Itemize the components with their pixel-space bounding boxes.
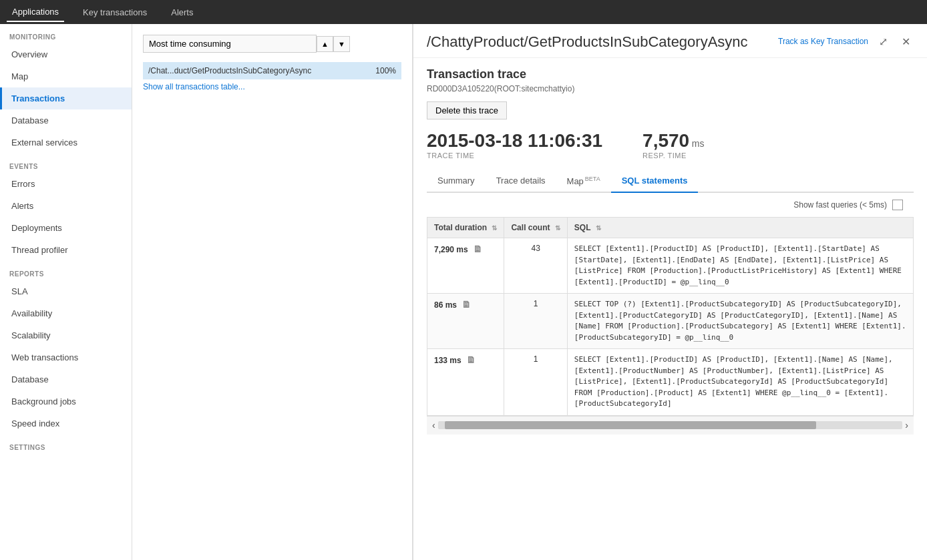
reports-label: REPORTS bbox=[0, 261, 132, 280]
tabs: Summary Trace details MapBETA SQL statem… bbox=[427, 170, 914, 193]
dropdown-row: Most time consuming ▲ ▼ bbox=[143, 35, 401, 53]
sidebar-item-thread-profiler[interactable]: Thread profiler bbox=[0, 239, 132, 261]
count-cell: 1 bbox=[504, 349, 567, 416]
sidebar-item-deployments[interactable]: Deployments bbox=[0, 217, 132, 239]
scroll-thumb bbox=[445, 421, 817, 429]
transaction-row[interactable]: /Chat...duct/GetProductsInSubCategoryAsy… bbox=[143, 62, 401, 79]
col-call-count[interactable]: Call count ⇅ bbox=[504, 218, 567, 238]
duration-cell: 7,290 ms 🗎 bbox=[427, 238, 504, 294]
sidebar-item-sla[interactable]: SLA bbox=[0, 280, 132, 302]
nav-key-transactions[interactable]: Key transactions bbox=[77, 3, 152, 21]
tab-sql-statements[interactable]: SQL statements bbox=[611, 170, 699, 193]
close-panel-button[interactable]: ✕ bbox=[898, 33, 914, 49]
resp-time-unit: ms bbox=[692, 138, 705, 149]
layout: MONITORING Overview Map Transactions Dat… bbox=[0, 24, 927, 560]
show-all-transactions-link[interactable]: Show all transactions table... bbox=[143, 82, 401, 91]
duration-cell: 133 ms 🗎 bbox=[427, 349, 504, 416]
sidebar-item-scalability[interactable]: Scalability bbox=[0, 324, 132, 346]
dropdown-arrow-down-btn[interactable]: ▼ bbox=[333, 36, 350, 52]
copy-icon[interactable]: 🗎 bbox=[466, 354, 476, 365]
nav-alerts[interactable]: Alerts bbox=[166, 3, 198, 21]
fast-queries-checkbox[interactable] bbox=[892, 200, 903, 210]
expand-icon: ⤢ bbox=[879, 35, 888, 48]
trace-stats: 2015-03-18 11:06:31 TRACE TIME 7,570 ms … bbox=[427, 130, 914, 160]
trace-header: /ChattyProduct/GetProductsInSubCategoryA… bbox=[413, 24, 927, 58]
events-label: EVENTS bbox=[0, 154, 132, 173]
sql-cell[interactable]: SELECT [Extent1].[ProductID] AS [Product… bbox=[567, 349, 913, 416]
monitoring-label: MONITORING bbox=[0, 24, 132, 43]
scroll-right-button[interactable]: › bbox=[905, 420, 908, 431]
sidebar-item-database-reports[interactable]: Database bbox=[0, 368, 132, 390]
col-total-duration[interactable]: Total duration ⇅ bbox=[427, 218, 504, 238]
copy-icon[interactable]: 🗎 bbox=[461, 299, 471, 310]
duration-cell: 86 ms 🗎 bbox=[427, 294, 504, 349]
nav-applications[interactable]: Applications bbox=[7, 3, 64, 22]
resp-time-value: 7,570 bbox=[642, 130, 689, 151]
dropdown-arrow-btn[interactable]: ▲ bbox=[317, 36, 333, 52]
expand-button[interactable]: ⤢ bbox=[875, 33, 891, 49]
count-cell: 1 bbox=[504, 294, 567, 349]
sidebar-item-availability[interactable]: Availability bbox=[0, 302, 132, 324]
fast-queries-label: Show fast queries (< 5ms) bbox=[793, 200, 887, 210]
sort-icon-duration: ⇅ bbox=[492, 224, 497, 232]
main-content: Most time consuming ▲ ▼ /Chat...duct/Get… bbox=[132, 24, 927, 560]
track-key-transaction-button[interactable]: Track as Key Transaction bbox=[778, 37, 868, 46]
transaction-panel: Most time consuming ▲ ▼ /Chat...duct/Get… bbox=[132, 24, 413, 560]
trace-time-stat: 2015-03-18 11:06:31 TRACE TIME bbox=[427, 130, 602, 160]
tab-summary[interactable]: Summary bbox=[427, 170, 486, 193]
trace-header-actions: Track as Key Transaction ⤢ ✕ bbox=[778, 33, 914, 49]
resp-time-label: RESP. TIME bbox=[642, 152, 704, 160]
content-row: Most time consuming ▲ ▼ /Chat...duct/Get… bbox=[132, 24, 927, 560]
scroll-track[interactable] bbox=[438, 421, 903, 429]
resp-time-stat: 7,570 ms RESP. TIME bbox=[642, 130, 704, 160]
top-nav: Applications Key transactions Alerts bbox=[0, 0, 927, 24]
table-row[interactable]: 7,290 ms 🗎 43 SELECT [Extent1].[ProductI… bbox=[427, 238, 914, 294]
sidebar-item-overview[interactable]: Overview bbox=[0, 43, 132, 65]
sql-table-header: Total duration ⇅ Call count ⇅ SQL bbox=[427, 218, 914, 238]
sidebar-item-database[interactable]: Database bbox=[0, 109, 132, 131]
sidebar-item-background-jobs[interactable]: Background jobs bbox=[0, 390, 132, 412]
close-icon: ✕ bbox=[902, 35, 910, 48]
sql-table: Total duration ⇅ Call count ⇅ SQL bbox=[427, 217, 914, 416]
sql-table-body: 7,290 ms 🗎 43 SELECT [Extent1].[ProductI… bbox=[427, 238, 914, 416]
transaction-trace-title: Transaction trace bbox=[427, 67, 914, 81]
sql-toolbar: Show fast queries (< 5ms) bbox=[427, 193, 914, 217]
time-consuming-dropdown[interactable]: Most time consuming bbox=[143, 35, 317, 53]
count-cell: 43 bbox=[504, 238, 567, 294]
sql-area: Show fast queries (< 5ms) Total duration… bbox=[427, 193, 914, 416]
sql-cell[interactable]: SELECT [Extent1].[ProductID] AS [Product… bbox=[567, 238, 913, 294]
trace-time-label: TRACE TIME bbox=[427, 152, 602, 160]
trace-title: /ChattyProduct/GetProductsInSubCategoryA… bbox=[427, 33, 778, 51]
sidebar-item-alerts[interactable]: Alerts bbox=[0, 195, 132, 217]
table-row[interactable]: 86 ms 🗎 1 SELECT TOP (?) [Extent1].[Prod… bbox=[427, 294, 914, 349]
sort-icon-count: ⇅ bbox=[555, 224, 560, 232]
resp-time-value-row: 7,570 ms bbox=[642, 130, 704, 152]
table-row[interactable]: 133 ms 🗎 1 SELECT [Extent1].[ProductID] … bbox=[427, 349, 914, 416]
trace-time-value: 2015-03-18 11:06:31 bbox=[427, 130, 602, 152]
tab-map-beta: BETA bbox=[585, 176, 600, 182]
horizontal-scrollbar: ‹ › bbox=[427, 416, 914, 435]
copy-icon[interactable]: 🗎 bbox=[473, 244, 482, 254]
trace-id: RD000D3A105220(ROOT:sitecmchattyio) bbox=[427, 84, 914, 93]
trace-panel: /ChattyProduct/GetProductsInSubCategoryA… bbox=[413, 24, 927, 560]
settings-label: SETTINGS bbox=[0, 435, 132, 454]
sidebar-item-map[interactable]: Map bbox=[0, 65, 132, 87]
sidebar-item-web-transactions[interactable]: Web transactions bbox=[0, 346, 132, 368]
scroll-left-button[interactable]: ‹ bbox=[432, 420, 435, 431]
transaction-name: /Chat...duct/GetProductsInSubCategoryAsy… bbox=[148, 66, 370, 75]
tab-map[interactable]: MapBETA bbox=[556, 170, 611, 193]
sidebar-item-errors[interactable]: Errors bbox=[0, 173, 132, 195]
col-sql[interactable]: SQL ⇅ bbox=[567, 218, 913, 238]
tab-trace-details[interactable]: Trace details bbox=[486, 170, 556, 193]
trace-body: Transaction trace RD000D3A105220(ROOT:si… bbox=[413, 58, 927, 560]
sidebar-item-transactions[interactable]: Transactions bbox=[0, 87, 132, 109]
transaction-percentage: 100% bbox=[375, 66, 396, 75]
sidebar-item-external-services[interactable]: External services bbox=[0, 131, 132, 154]
sql-cell[interactable]: SELECT TOP (?) [Extent1].[ProductSubcate… bbox=[567, 294, 913, 349]
sidebar-item-speed-index[interactable]: Speed index bbox=[0, 412, 132, 435]
delete-trace-button[interactable]: Delete this trace bbox=[427, 101, 507, 119]
sort-icon-sql: ⇅ bbox=[596, 224, 601, 232]
sidebar: MONITORING Overview Map Transactions Dat… bbox=[0, 24, 132, 560]
